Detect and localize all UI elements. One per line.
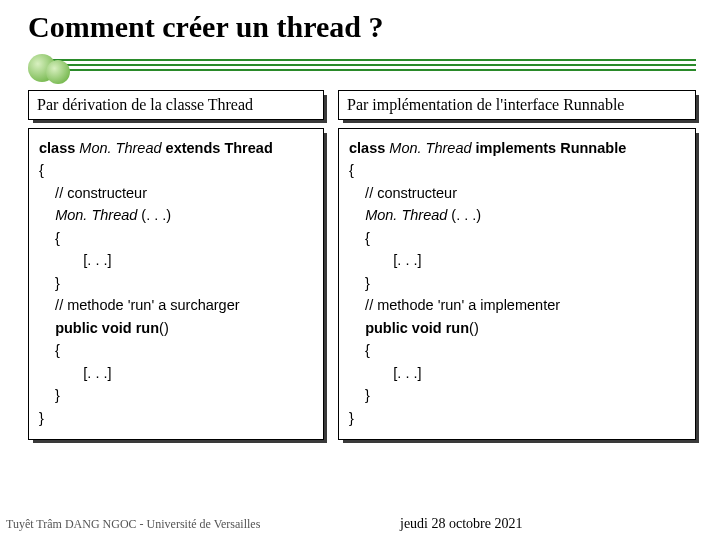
code-line: } [349,407,685,429]
args: () [469,320,479,336]
code-line: { [349,159,685,181]
left-heading-box: Par dérivation de la classe Thread [28,90,324,120]
args: (. . .) [447,207,481,223]
code-line: { [39,227,313,249]
right-heading-text: Par implémentation de l'interface Runnab… [347,96,624,113]
code-line: [. . .] [349,362,685,384]
code-line: // methode 'run' a surcharger [39,294,313,316]
args: () [159,320,169,336]
kw: public void run [365,320,469,336]
green-bubble-icon [46,60,70,84]
classname: Mon. Thread [389,140,471,156]
right-heading-box: Par implémentation de l'interface Runnab… [338,90,696,120]
code-line: Mon. Thread (. . .) [39,204,313,226]
left-code-box: class Mon. Thread extends Thread { // co… [28,128,324,440]
args: (. . .) [137,207,171,223]
column-left: Par dérivation de la classe Thread class… [28,90,324,440]
indent [39,207,55,223]
code-line: // constructeur [39,182,313,204]
code-line: { [349,227,685,249]
indent [349,207,365,223]
code-line: } [39,384,313,406]
code-line: [. . .] [349,249,685,271]
green-lines [50,59,696,71]
code-line: } [349,272,685,294]
code-line: class Mon. Thread extends Thread [39,137,313,159]
kw: class [39,140,79,156]
code-line: { [349,339,685,361]
code-line: public void run() [39,317,313,339]
header-decoration [28,54,696,82]
code-line: } [39,407,313,429]
code-line: } [39,272,313,294]
indent [349,320,365,336]
content-columns: Par dérivation de la classe Thread class… [28,90,696,440]
kw: extends Thread [162,140,273,156]
kw: implements Runnable [472,140,627,156]
code-line: [. . .] [39,362,313,384]
code-line: class Mon. Thread implements Runnable [349,137,685,159]
classname: Mon. Thread [365,207,447,223]
kw: class [349,140,389,156]
footer-date: jeudi 28 octobre 2021 [400,516,522,532]
classname: Mon. Thread [79,140,161,156]
code-line: { [39,159,313,181]
page-title: Comment créer un thread ? [28,10,384,44]
left-heading-text: Par dérivation de la classe Thread [37,96,253,113]
classname: Mon. Thread [55,207,137,223]
code-line: [. . .] [39,249,313,271]
column-right: Par implémentation de l'interface Runnab… [338,90,696,440]
code-line: } [349,384,685,406]
footer-author: Tuyêt Trâm DANG NGOC - Université de Ver… [6,517,260,532]
right-code-box: class Mon. Thread implements Runnable { … [338,128,696,440]
kw: public void run [55,320,159,336]
code-line: public void run() [349,317,685,339]
code-line: // methode 'run' a implementer [349,294,685,316]
code-line: Mon. Thread (. . .) [349,204,685,226]
code-line: { [39,339,313,361]
code-line: // constructeur [349,182,685,204]
indent [39,320,55,336]
